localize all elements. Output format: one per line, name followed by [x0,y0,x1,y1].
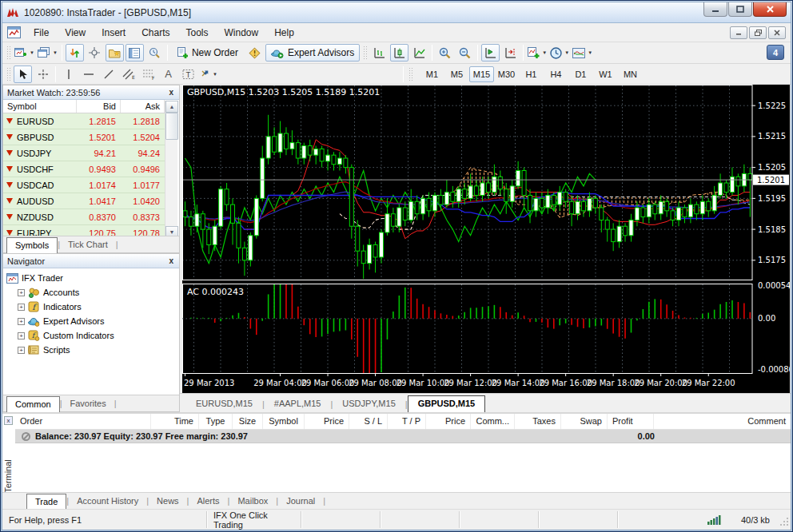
templates-button[interactable]: ▼ [572,44,593,62]
navigator-root-item[interactable]: IFX Trader [6,271,179,285]
market-watch-close-icon[interactable]: x [167,88,175,97]
text-tool-button[interactable]: A [159,66,177,83]
periods-button[interactable]: ▼ [549,44,570,62]
navigator-item-custom-indicators[interactable]: +fCustom Indicators [6,328,179,343]
terminal-column-comm-[interactable]: Comm... [471,414,515,429]
maximize-button[interactable] [728,2,752,17]
timeframe-button-d1[interactable]: D1 [568,66,593,82]
menu-item-window[interactable]: Window [217,24,267,42]
scroll-up-icon[interactable]: ▲ [165,101,178,113]
mdi-minimize-button[interactable] [730,26,747,39]
navigator-toggle-button[interactable] [106,44,124,62]
chart-tab-gbpusd-m15[interactable]: GBPUSD,M15 [408,395,486,412]
fibonacci-tool-button[interactable]: F [139,66,157,83]
toolbar-drag-handle[interactable] [6,67,10,81]
column-symbol[interactable]: Symbol [3,100,77,113]
terminal-tab-account-history[interactable]: Account History [69,494,146,509]
market-watch-row-gbpusd[interactable]: GBPUSD1.52011.5204 [3,129,165,145]
expand-plus-icon[interactable]: + [18,347,25,354]
terminal-column-time[interactable]: Time [151,414,199,429]
column-bid[interactable]: Bid [77,100,121,113]
terminal-close-icon[interactable]: x [4,416,13,425]
expand-plus-icon[interactable]: + [18,289,25,296]
market-watch-row-usdchf[interactable]: USDCHF0.94930.9496 [3,161,165,177]
alert-button[interactable]: ! [245,44,264,62]
profiles-button[interactable]: ▼ [37,44,58,62]
bar-chart-button[interactable] [370,44,389,62]
menu-item-tools[interactable]: Tools [178,24,217,42]
tab-tick-chart[interactable]: Tick Chart [60,237,116,252]
data-window-button[interactable] [86,44,104,62]
navigator-item-indicators[interactable]: +fIndicators [6,300,179,314]
balance-row[interactable]: Balance: 230.97 Equity: 230.97 Free marg… [15,430,791,443]
timeframe-button-mn[interactable]: MN [618,66,643,82]
expand-plus-icon[interactable]: + [18,304,25,311]
price-chart[interactable]: 1.52251.52151.52051.51951.51851.51751.52… [182,85,790,393]
tab-favorites[interactable]: Favorites [62,396,114,411]
chart-tab-usdjpy-m15[interactable]: USDJPY,M15 [333,396,404,412]
new-order-button[interactable]: New Order [171,44,244,62]
expand-plus-icon[interactable]: + [18,318,25,325]
timeframe-button-h1[interactable]: H1 [519,66,544,82]
timeframe-button-m5[interactable]: M5 [444,66,469,82]
line-chart-button[interactable] [410,44,428,62]
mdi-restore-button[interactable] [749,26,767,39]
terminal-column-swap[interactable]: Swap [561,414,608,429]
chart-canvas[interactable]: 1.52251.52151.52051.51951.51851.51751.52… [182,85,790,393]
indicators-button[interactable]: ▼ [527,44,548,62]
auto-scroll-button[interactable] [481,44,500,62]
market-watch-row-audusd[interactable]: AUDUSD1.04171.0420 [3,193,165,209]
menu-item-view[interactable]: View [57,24,94,42]
terminal-column-s-l[interactable]: S / L [349,414,388,429]
terminal-column-type[interactable]: Type [199,414,233,429]
market-watch-row-usdjpy[interactable]: USDJPY94.2194.24 [3,145,165,161]
terminal-tab-mailbox[interactable]: Mailbox [229,494,276,509]
toolbar-drag-handle[interactable] [6,46,10,60]
arrows-tool-button[interactable]: ▼ [199,66,218,83]
terminal-column-t-p[interactable]: T / P [388,414,426,429]
close-button[interactable] [753,2,787,17]
mdi-close-button[interactable] [768,26,786,39]
menu-item-insert[interactable]: Insert [94,24,133,42]
terminal-tab-trade[interactable]: Trade [26,494,66,510]
text-label-tool-button[interactable]: T [179,66,197,83]
column-ask[interactable]: Ask [121,100,165,113]
chart-tab--aapl-m15[interactable]: #AAPL,M15 [265,396,331,412]
navigator-item-expert-advisors[interactable]: +Expert Advisors [6,314,179,328]
navigator-titlebar[interactable]: Navigator x [3,254,179,268]
market-watch-row-eurusd[interactable]: EURUSD1.28151.2818 [3,113,165,129]
navigator-item-scripts[interactable]: +Scripts [6,343,179,357]
chart-tab-eurusd-m15[interactable]: EURUSD,M15 [186,396,262,412]
vertical-line-tool-button[interactable] [59,66,78,83]
terminal-column-price[interactable]: Price [426,414,471,429]
toolbar-drag-handle[interactable] [363,46,367,60]
crosshair-tool-button[interactable] [34,66,52,83]
timeframe-button-w1[interactable]: W1 [593,66,618,82]
terminal-toggle-button[interactable] [126,44,144,62]
minimize-button[interactable] [703,2,727,17]
candlestick-chart-button[interactable] [390,44,408,62]
terminal-tab-alerts[interactable]: Alerts [189,494,227,509]
chart-window-icon[interactable] [7,26,21,38]
terminal-column-order[interactable]: Order [15,414,151,429]
tab-symbols[interactable]: Symbols [6,237,58,253]
timeframe-button-m1[interactable]: M1 [420,66,444,82]
tab-common[interactable]: Common [6,396,60,412]
menu-item-file[interactable]: File [26,24,57,42]
terminal-column-comment[interactable]: Comment [654,414,791,429]
terminal-tab-journal[interactable]: Journal [278,494,323,509]
terminal-column-profit[interactable]: Profit [608,414,654,429]
new-chart-button[interactable]: ▼ [14,44,35,62]
expand-plus-icon[interactable]: + [18,332,25,339]
strategy-tester-button[interactable] [145,44,164,62]
notifications-badge[interactable]: 4 [767,45,784,60]
market-watch-titlebar[interactable]: Market Watch: 23:59:56 x [3,85,179,100]
zoom-out-button[interactable] [456,44,474,62]
market-watch-row-usdcad[interactable]: USDCAD1.01741.0177 [3,177,165,193]
terminal-column-taxes[interactable]: Taxes [515,414,561,429]
terminal-column-symbol[interactable]: Symbol [263,414,305,429]
timeframe-button-m30[interactable]: M30 [494,66,519,82]
market-watch-row-nzdusd[interactable]: NZDUSD0.83700.8373 [3,209,165,225]
menu-item-charts[interactable]: Charts [133,24,177,42]
chart-shift-button[interactable] [501,44,520,62]
